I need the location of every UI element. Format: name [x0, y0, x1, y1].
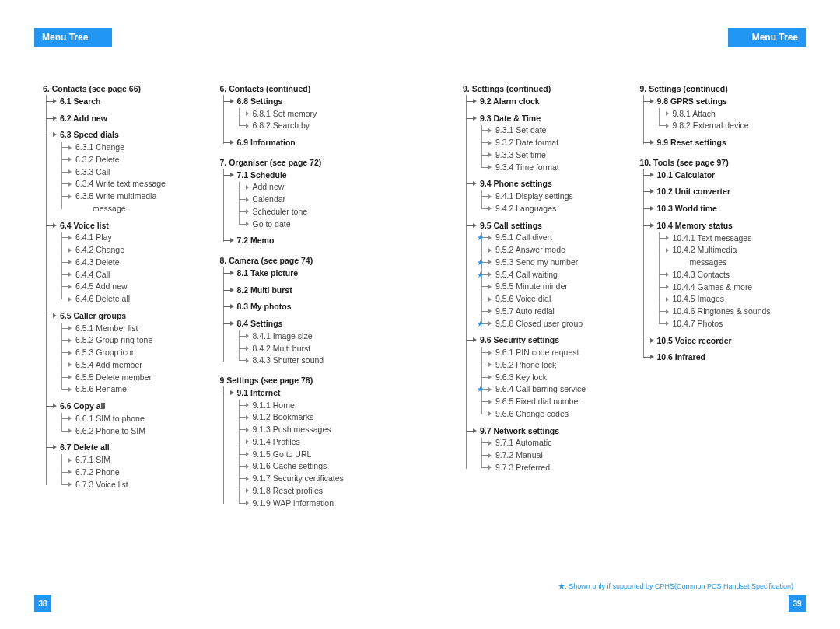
- item-9-6-2: 9.6.2 Phone lock: [463, 359, 632, 372]
- item-10-4-3: 10.4.3 Contacts: [640, 269, 810, 281]
- item-9-8-1: 9.8.1 Attach: [640, 108, 810, 121]
- item-9-1-3: 9.1.3 Push messages: [220, 424, 390, 436]
- item-7-1-schedtone: Scheduler tone: [220, 206, 390, 218]
- item-10-4: 10.4 Memory status: [640, 220, 810, 232]
- column-2: 6. Contacts (continued) 6.8 Settings 6.8…: [220, 81, 390, 579]
- item-9-1-1: 9.1.1 Home: [220, 400, 390, 412]
- column-3: 9. Settings (continued) 9.2 Alarm clock …: [463, 81, 632, 579]
- item-10-4-1: 10.4.1 Text messages: [640, 232, 810, 245]
- section-9-title: 9 Settings (see page 78): [220, 375, 390, 387]
- item-9-6-5: 9.6.5 Fixed dial number: [463, 396, 632, 408]
- item-9-3: 9.3 Date & Time: [463, 113, 632, 125]
- item-10-2: 10.2 Unit converter: [640, 186, 810, 198]
- item-6-8-2: 6.8.2 Search by: [220, 120, 390, 132]
- item-9-1-4: 9.1.4 Profiles: [220, 436, 390, 449]
- content-left: 6. Contacts (see page 66) 6.1 Search 6.2…: [43, 81, 389, 579]
- item-9-7-2: 9.7.2 Manual: [463, 449, 632, 462]
- pagenum-left: 38: [34, 595, 51, 612]
- item-9-1-8: 9.1.8 Reset profiles: [220, 485, 390, 498]
- item-9-4: 9.4 Phone settings: [463, 178, 632, 190]
- item-9-3-2: 9.3.2 Date format: [463, 137, 632, 149]
- item-8-4-3: 8.4.3 Shutter sound: [220, 355, 390, 367]
- pagenum-right: 39: [789, 595, 806, 612]
- item-9-5-8: ★9.5.8 Closed user group: [463, 318, 632, 330]
- item-9-4-2: 9.4.2 Languages: [463, 203, 632, 215]
- footnote-text: : Shown only if supported by CPHS(Common…: [565, 582, 793, 590]
- item-9-6-1: 9.6.1 PIN code request: [463, 347, 632, 359]
- item-6-4-5: 6.4.5 Add new: [43, 281, 212, 293]
- item-6-3-1: 6.3.1 Change: [43, 142, 212, 154]
- item-6-4-2: 6.4.2 Change: [43, 244, 212, 257]
- section-9c-title: 9. Settings (continued): [463, 83, 632, 96]
- item-6-4: 6.4 Voice list: [43, 220, 212, 232]
- item-6-3-2: 6.3.2 Delete: [43, 154, 212, 166]
- item-9-4-1: 9.4.1 Display settings: [463, 190, 632, 203]
- item-6-5-4: 6.5.4 Add member: [43, 359, 212, 372]
- item-9-7-3: 9.7.3 Preferred: [463, 462, 632, 474]
- item-9-2: 9.2 Alarm clock: [463, 96, 632, 108]
- item-9-9: 9.9 Reset settings: [640, 137, 810, 149]
- footnote: ★: Shown only if supported by CPHS(Commo…: [558, 582, 793, 590]
- item-9-3-1: 9.3.1 Set date: [463, 124, 632, 137]
- item-10-1: 10.1 Calculator: [640, 169, 810, 182]
- item-9-5-7: 9.5.7 Auto redial: [463, 306, 632, 318]
- item-10-4-6: 10.4.6 Ringtones & sounds: [640, 306, 810, 318]
- section-8-title: 8. Camera (see page 74): [220, 255, 390, 267]
- item-9-5: 9.5 Call settings: [463, 220, 632, 232]
- section-6-title: 6. Contacts (see page 66): [43, 83, 212, 96]
- star-icon: ★: [477, 232, 484, 243]
- item-8-4: 8.4 Settings: [220, 318, 390, 330]
- section-6c-title: 6. Contacts (continued): [220, 83, 390, 96]
- item-7-1-addnew: Add new: [220, 181, 390, 194]
- item-9-5-6: 9.5.6 Voice dial: [463, 293, 632, 306]
- header-right: Menu Tree: [728, 28, 806, 47]
- item-6-8-1: 6.8.1 Set memory: [220, 108, 390, 121]
- item-6-4-1: 6.4.1 Play: [43, 232, 212, 244]
- item-6-9: 6.9 Information: [220, 137, 390, 149]
- item-8-2: 8.2 Multi burst: [220, 285, 390, 297]
- item-6-3-4: 6.3.4 Write text message: [43, 178, 212, 190]
- item-9-8: 9.8 GPRS settings: [640, 96, 810, 108]
- item-6-5: 6.5 Caller groups: [43, 310, 212, 323]
- item-8-1: 8.1 Take picture: [220, 267, 390, 280]
- item-9-6: 9.6 Security settings: [463, 334, 632, 347]
- item-9-7-1: 9.7.1 Automatic: [463, 437, 632, 449]
- item-9-3-3: 9.3.3 Set time: [463, 149, 632, 162]
- item-10-4-4: 10.4.4 Games & more: [640, 281, 810, 294]
- item-7-1-calendar: Calendar: [220, 194, 390, 206]
- pagenum-left-text: 38: [38, 599, 47, 608]
- content-right: 9. Settings (continued) 9.2 Alarm clock …: [463, 81, 809, 579]
- header-left: Menu Tree: [34, 28, 112, 47]
- item-6-7-2: 6.7.2 Phone: [43, 467, 212, 479]
- item-6-5-2: 6.5.2 Group ring tone: [43, 334, 212, 347]
- item-9-3-4: 9.3.4 Time format: [463, 162, 632, 174]
- item-9-7: 9.7 Network settings: [463, 425, 632, 438]
- item-9-1: 9.1 Internet: [220, 387, 390, 400]
- pagenum-right-text: 39: [793, 599, 801, 608]
- header-text: Menu Tree: [42, 32, 88, 43]
- item-9-6-6: 9.6.6 Change codes: [463, 408, 632, 421]
- item-7-1: 7.1 Schedule: [220, 169, 390, 182]
- item-6-3: 6.3 Speed dials: [43, 129, 212, 142]
- page-right: Menu Tree 9. Settings (continued) 9.2 Al…: [420, 0, 840, 629]
- item-7-1-gotodate: Go to date: [220, 218, 390, 231]
- header-right-text: Menu Tree: [752, 32, 798, 43]
- item-6-3-5a: 6.3.5 Write multimedia: [43, 190, 212, 203]
- section-9c2-title: 9. Settings (continued): [640, 83, 810, 96]
- item-6-3-3: 6.3.3 Call: [43, 166, 212, 179]
- item-9-1-9: 9.1.9 WAP information: [220, 498, 390, 510]
- item-10-3: 10.3 World time: [640, 203, 810, 215]
- page-left: Menu Tree 6. Contacts (see page 66) 6.1 …: [0, 0, 420, 629]
- item-6-5-3: 6.5.3 Group icon: [43, 347, 212, 359]
- column-4: 9. Settings (continued) 9.8 GPRS setting…: [640, 81, 810, 579]
- item-8-3: 8.3 My photos: [220, 301, 390, 313]
- section-7-title: 7. Organiser (see page 72): [220, 157, 390, 169]
- item-9-1-2: 9.1.2 Bookmarks: [220, 411, 390, 424]
- item-6-5-6: 6.5.6 Rename: [43, 383, 212, 396]
- section-10-title: 10. Tools (see page 97): [640, 157, 810, 169]
- item-6-7: 6.7 Delete all: [43, 442, 212, 454]
- item-9-6-4: ★9.6.4 Call barring service: [463, 383, 632, 396]
- item-9-1-6: 9.1.6 Cache settings: [220, 460, 390, 473]
- item-8-4-2: 8.4.2 Multi burst: [220, 343, 390, 355]
- item-6-3-5b: message: [43, 203, 212, 215]
